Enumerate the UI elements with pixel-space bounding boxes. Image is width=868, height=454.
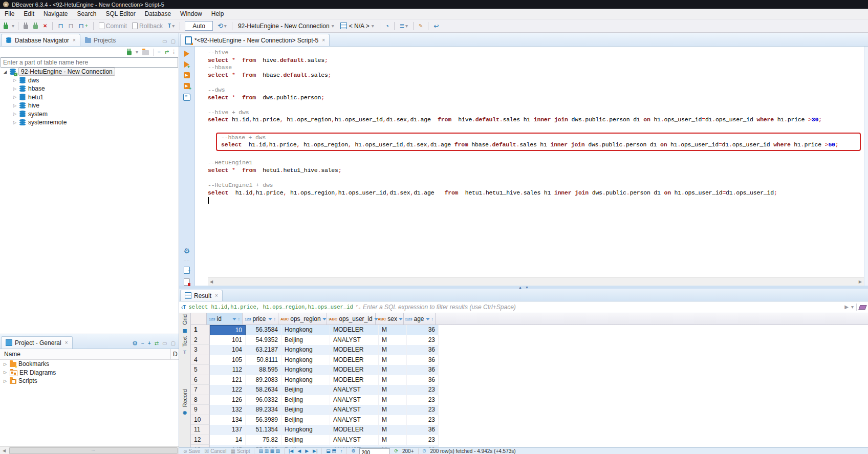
nav-new-connection-chevron[interactable]: ▾: [136, 50, 138, 55]
table-filter-input[interactable]: [1, 57, 178, 68]
minimize-icon[interactable]: ▭: [162, 341, 167, 346]
cell-sex[interactable]: M: [379, 415, 407, 425]
cell-sex[interactable]: M: [379, 365, 407, 375]
scroll-left-icon[interactable]: ◀: [0, 448, 8, 453]
cell-ops_user_id[interactable]: ANALYST: [330, 405, 379, 415]
cell-price[interactable]: 89.2334: [246, 405, 281, 415]
view-menu-icon[interactable]: ⁞: [173, 50, 175, 55]
nav-new-connection-icon[interactable]: [127, 51, 132, 55]
invalidate-connection-button[interactable]: [32, 22, 39, 30]
code-line-5[interactable]: [208, 79, 864, 87]
cell-sex[interactable]: M: [379, 405, 407, 415]
cell-age[interactable]: 36: [407, 325, 439, 335]
cell-id[interactable]: 101: [210, 335, 246, 345]
up-arrow-icon[interactable]: ↑: [340, 448, 343, 453]
next-row-button[interactable]: ▶: [305, 448, 309, 453]
cell-sex[interactable]: M: [379, 385, 407, 395]
cell-price[interactable]: 50.8111: [246, 355, 281, 365]
grid-view-icons[interactable]: ▤ ▥ ▦ ▧: [258, 448, 280, 453]
scroll-right-icon[interactable]: ▶: [859, 279, 862, 284]
close-icon[interactable]: ×: [215, 293, 218, 298]
column-header-ops_region[interactable]: ABCops_region↕: [278, 313, 327, 325]
code-line-3[interactable]: --hbase: [208, 64, 864, 72]
sort-icon[interactable]: ↕: [274, 316, 276, 321]
row-number[interactable]: 2: [191, 335, 210, 345]
cell-age[interactable]: 36: [407, 355, 439, 365]
expand-query-icon[interactable]: ⌜⌟: [356, 305, 360, 310]
cell-ops_user_id[interactable]: MODELER: [330, 345, 379, 355]
tree-item-systemremote[interactable]: ▷systemremote: [0, 118, 179, 127]
tree-collapsed-icon[interactable]: ▷: [12, 78, 17, 82]
sort-icon[interactable]: ↕: [238, 316, 241, 321]
tree-item-dws[interactable]: ▷dws: [0, 76, 179, 85]
link-editor-icon[interactable]: ⇄: [155, 341, 159, 346]
connection-selector[interactable]: 92-HetuEngine - New Connection ▾: [236, 22, 336, 30]
cell-ops_region[interactable]: Hongkong: [281, 425, 330, 435]
tab-sql-script[interactable]: *<92-HetuEngine - New Connection> Script…: [180, 34, 330, 46]
presentation-grid-icon[interactable]: ▦: [183, 328, 187, 333]
row-number[interactable]: 7: [191, 385, 210, 395]
menu-database[interactable]: Database: [140, 9, 176, 18]
sort-icon[interactable]: ↕: [431, 316, 434, 321]
cell-sex[interactable]: M: [379, 435, 407, 445]
cell-age[interactable]: 23: [407, 415, 439, 425]
collapse-all-icon[interactable]: −: [158, 50, 161, 55]
cell-ops_user_id[interactable]: ANALYST: [330, 335, 379, 345]
menu-help[interactable]: Help: [207, 9, 229, 18]
cell-price[interactable]: 51.1354: [246, 425, 281, 435]
cell-price[interactable]: 63.2187: [246, 345, 281, 355]
tab-database-navigator[interactable]: Database Navigator ×: [1, 34, 80, 46]
row-number[interactable]: 4: [191, 355, 210, 365]
code-line-11[interactable]: [208, 124, 864, 132]
menu-sql-editor[interactable]: SQL Editor: [101, 9, 140, 18]
cell-id[interactable]: 137: [210, 425, 246, 435]
project-name-header[interactable]: Name D: [0, 349, 179, 360]
row-number[interactable]: 12: [191, 435, 210, 445]
cell-ops_user_id[interactable]: MODELER: [330, 325, 379, 335]
filter-funnel-icon[interactable]: [232, 318, 236, 320]
cell-age[interactable]: 23: [407, 385, 439, 395]
close-icon[interactable]: ×: [73, 37, 76, 43]
transaction-mode-button[interactable]: ⊓: [56, 21, 64, 30]
new-folder-icon[interactable]: [142, 50, 149, 55]
tree-item-hbase[interactable]: ▷hbase: [0, 84, 179, 93]
cell-ops_region[interactable]: Beijing: [281, 395, 330, 405]
code-line-10[interactable]: select h1.id,h1.price, h1.ops_region,h1.…: [208, 116, 864, 124]
cell-age[interactable]: 36: [407, 425, 439, 435]
presentation-tab-record[interactable]: Record: [182, 389, 188, 407]
filter-expression-input[interactable]: Enter a SQL expression to filter results…: [363, 304, 842, 311]
disconnect-button[interactable]: ✕: [41, 23, 49, 30]
fetch-more-icon[interactable]: ⟳: [394, 448, 398, 453]
tree-item-hive[interactable]: ▷hive: [0, 101, 179, 110]
code-line-17[interactable]: [208, 175, 864, 182]
cell-ops_user_id[interactable]: MODELER: [330, 355, 379, 365]
execute-statement-button[interactable]: [184, 51, 189, 57]
cell-ops_user_id[interactable]: ANALYST: [330, 415, 379, 425]
column-header-id[interactable]: 123id↕: [207, 313, 243, 325]
code-line-14[interactable]: [208, 152, 864, 160]
code-line-9[interactable]: --hive + dws: [208, 109, 864, 117]
tree-collapsed-icon[interactable]: ▷: [3, 362, 8, 366]
maximize-icon[interactable]: ▢: [171, 341, 176, 346]
cell-age[interactable]: 36: [407, 375, 439, 385]
cell-ops_region[interactable]: Hongkong: [281, 345, 330, 355]
menu-search[interactable]: Search: [72, 9, 101, 18]
cell-age[interactable]: 23: [407, 395, 439, 405]
apply-filter-icon[interactable]: ▶: [844, 305, 849, 310]
menu-window[interactable]: Window: [176, 9, 207, 18]
filter-funnel-icon[interactable]: [322, 318, 327, 320]
project-date-header[interactable]: D: [170, 349, 178, 359]
tree-collapsed-icon[interactable]: ▷: [3, 370, 8, 375]
code-line-19[interactable]: select h1.id,h1.price, h1.ops_region,h1.…: [208, 189, 864, 197]
row-number[interactable]: 1: [191, 325, 210, 335]
presentation-tab-grid[interactable]: Grid: [182, 314, 188, 325]
transaction-manual-button[interactable]: ⊓: [67, 21, 75, 30]
execute-script-button[interactable]: [184, 72, 190, 78]
new-connection-button[interactable]: [2, 22, 10, 30]
cell-sex[interactable]: M: [379, 325, 407, 335]
presentation-record-icon[interactable]: ◉: [183, 410, 187, 415]
fetch-settings-icon[interactable]: ⚙: [351, 448, 355, 453]
tree-item-connection[interactable]: ◢92-HetuEngine - New Connection: [0, 68, 179, 76]
cell-id[interactable]: 14: [210, 435, 246, 445]
cell-price[interactable]: 88.595: [246, 365, 281, 375]
